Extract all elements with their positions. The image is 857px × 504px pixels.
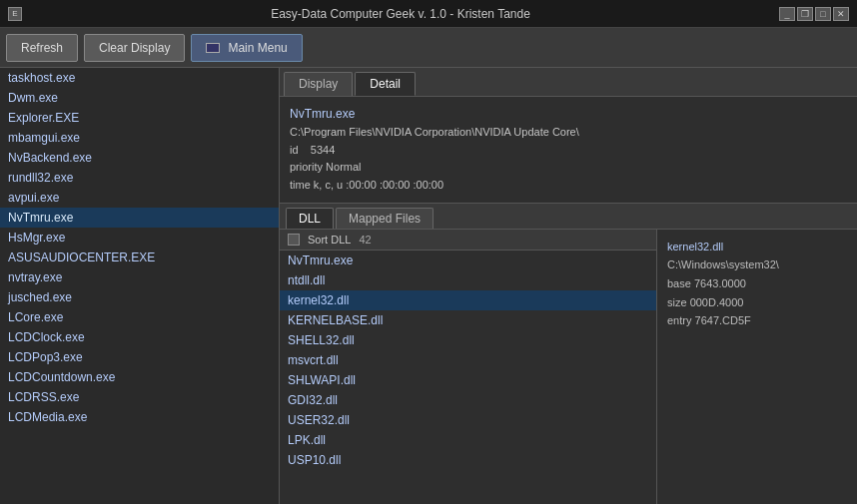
dll-detail-entry: entry 7647.CD5F <box>667 311 847 330</box>
toolbar: Refresh Clear Display Main Menu <box>0 28 857 68</box>
dll-item[interactable]: USER32.dll <box>280 410 656 430</box>
tab-display[interactable]: Display <box>284 72 353 96</box>
dll-item[interactable]: SHELL32.dll <box>280 330 656 350</box>
monitor-icon <box>206 43 220 53</box>
tab-mapped-files[interactable]: Mapped Files <box>336 208 433 229</box>
dll-detail-name: kernel32.dll <box>667 238 847 256</box>
bottom-tabs: DLL Mapped Files <box>280 204 857 230</box>
dll-count: 42 <box>359 234 371 246</box>
process-item[interactable]: Explorer.EXE <box>0 108 279 128</box>
process-item[interactable]: LCDPop3.exe <box>0 347 279 367</box>
bottom-section: DLL Mapped Files Sort DLL 42 NvTmru.exen… <box>280 204 857 504</box>
process-panel: taskhost.exeDwm.exeExplorer.EXEmbamgui.e… <box>0 68 280 504</box>
detail-time: time k, c, u :00:00 :00:00 :00:00 <box>290 177 847 195</box>
sort-dll-label: Sort DLL <box>308 234 351 246</box>
dll-item[interactable]: kernel32.dll <box>280 290 656 310</box>
process-item[interactable]: NvBackend.exe <box>0 148 279 168</box>
process-item[interactable]: avpui.exe <box>0 188 279 208</box>
process-item[interactable]: LCore.exe <box>0 307 279 327</box>
window-title: Easy-Data Computer Geek v. 1.0 - Kristen… <box>271 7 530 21</box>
sort-checkbox[interactable] <box>288 234 300 246</box>
process-item[interactable]: taskhost.exe <box>0 68 279 88</box>
tab-dll[interactable]: DLL <box>286 208 334 229</box>
dll-detail-size: size 000D.4000 <box>667 293 847 312</box>
maximize-button[interactable]: □ <box>815 7 831 21</box>
process-item[interactable]: jusched.exe <box>0 287 279 307</box>
process-item[interactable]: rundll32.exe <box>0 168 279 188</box>
process-item[interactable]: LCDMedia.exe <box>0 407 279 427</box>
dll-item[interactable]: NvTmru.exe <box>280 251 656 270</box>
process-item[interactable]: LCDCountdown.exe <box>0 367 279 387</box>
title-bar: E Easy-Data Computer Geek v. 1.0 - Krist… <box>0 0 857 28</box>
process-item[interactable]: Dwm.exe <box>0 88 279 108</box>
dll-item[interactable]: KERNELBASE.dll <box>280 310 656 330</box>
detail-process-name: NvTmru.exe <box>290 105 847 124</box>
dll-item[interactable]: SHLWAPI.dll <box>280 370 656 390</box>
dll-detail-path: C:\Windows\system32\ <box>667 255 847 274</box>
dll-list-panel: Sort DLL 42 NvTmru.exentdll.dllkernel32.… <box>280 230 657 504</box>
process-item[interactable]: LCDRSS.exe <box>0 387 279 407</box>
process-item[interactable]: HsMgr.exe <box>0 228 279 248</box>
detail-id: id 5344 <box>290 142 847 160</box>
process-item[interactable]: LCDClock.exe <box>0 327 279 347</box>
process-item[interactable]: mbamgui.exe <box>0 128 279 148</box>
top-tabs: Display Detail <box>280 68 857 97</box>
dll-item[interactable]: ntdll.dll <box>280 270 656 290</box>
main-layout: taskhost.exeDwm.exeExplorer.EXEmbamgui.e… <box>0 68 857 504</box>
process-list[interactable]: taskhost.exeDwm.exeExplorer.EXEmbamgui.e… <box>0 68 279 504</box>
dll-item[interactable]: msvcrt.dll <box>280 350 656 370</box>
dll-list[interactable]: NvTmru.exentdll.dllkernel32.dllKERNELBAS… <box>280 251 656 504</box>
process-item[interactable]: NvTmru.exe <box>0 208 279 228</box>
close-button[interactable]: ✕ <box>833 7 849 21</box>
dll-detail-panel: kernel32.dll C:\Windows\system32\ base 7… <box>657 230 857 504</box>
main-menu-button[interactable]: Main Menu <box>191 34 302 62</box>
clear-display-button[interactable]: Clear Display <box>84 34 185 62</box>
detail-info: NvTmru.exe C:\Program Files\NVIDIA Corpo… <box>280 97 857 204</box>
detail-path: C:\Program Files\NVIDIA Corporation\NVID… <box>290 124 847 142</box>
detail-priority: priority Normal <box>290 159 847 177</box>
dll-item[interactable]: GDI32.dll <box>280 390 656 410</box>
dll-item[interactable]: USP10.dll <box>280 450 656 470</box>
restore-button[interactable]: ❐ <box>797 7 813 21</box>
app-icon: E <box>8 7 22 21</box>
dll-header: Sort DLL 42 <box>280 230 656 251</box>
process-item[interactable]: ASUSAUDIOCENTER.EXE <box>0 248 279 267</box>
window-controls: _ ❐ □ ✕ <box>779 7 849 21</box>
dll-area: Sort DLL 42 NvTmru.exentdll.dllkernel32.… <box>280 230 857 504</box>
process-item[interactable]: nvtray.exe <box>0 267 279 287</box>
refresh-button[interactable]: Refresh <box>6 34 78 62</box>
tab-detail[interactable]: Detail <box>355 72 416 96</box>
right-panel: Display Detail NvTmru.exe C:\Program Fil… <box>280 68 857 504</box>
dll-detail-base: base 7643.0000 <box>667 274 847 293</box>
dll-item[interactable]: LPK.dll <box>280 430 656 450</box>
minimize-button[interactable]: _ <box>779 7 795 21</box>
